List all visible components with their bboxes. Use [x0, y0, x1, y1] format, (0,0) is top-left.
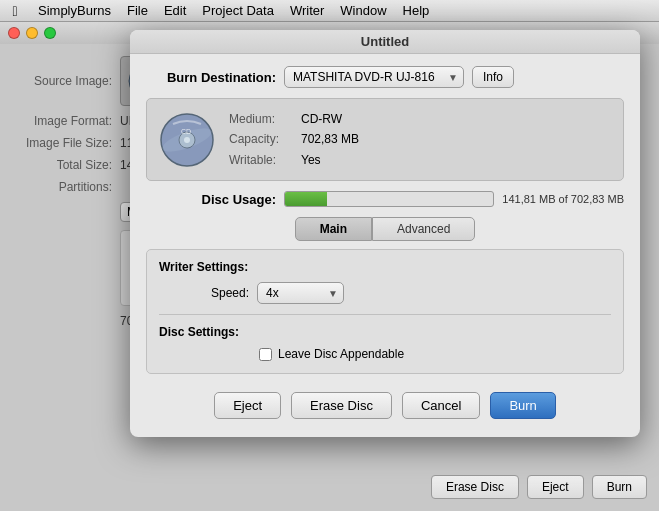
settings-panel: Writer Settings: Speed: 1x 2x 4x 8x Maxi…: [146, 249, 624, 374]
appendable-row: Leave Disc Appendable: [159, 347, 611, 361]
modal-buttons: Eject Erase Disc Cancel Burn: [146, 384, 624, 425]
medium-row: Medium: CD-RW: [229, 109, 359, 129]
medium-key: Medium:: [229, 109, 297, 129]
burn-destination-row: Burn Destination: MATSHITA DVD-R UJ-816 …: [146, 66, 624, 88]
disc-usage-text: 141,81 MB of 702,83 MB: [502, 193, 624, 205]
disc-usage-row: Disc Usage: 141,81 MB of 702,83 MB: [146, 191, 624, 207]
modal-title: Untitled: [361, 34, 409, 49]
bg-filesize-label: Image File Size:: [12, 136, 112, 150]
apple-menu-icon[interactable]: : [8, 4, 22, 18]
modal-titlebar: Untitled: [130, 30, 640, 54]
bg-partitions-label: Partitions:: [12, 180, 112, 194]
eject-button[interactable]: Eject: [214, 392, 281, 419]
erase-disc-button[interactable]: Erase Disc: [291, 392, 392, 419]
burn-dest-label: Burn Destination:: [146, 70, 276, 85]
modal-dialog: Untitled Burn Destination: MATSHITA DVD-…: [130, 30, 640, 437]
menu-help[interactable]: Help: [403, 3, 430, 18]
modal-body: Burn Destination: MATSHITA DVD-R UJ-816 …: [130, 54, 640, 437]
tabs-row: Main Advanced: [146, 217, 624, 241]
bg-burn-button[interactable]: Burn: [592, 475, 647, 499]
minimize-button[interactable]: [26, 27, 38, 39]
menu-project-data[interactable]: Project Data: [202, 3, 274, 18]
disc-graphic: CD: [159, 112, 215, 168]
tab-advanced[interactable]: Advanced: [372, 217, 475, 241]
settings-divider: [159, 314, 611, 315]
writable-val: Yes: [301, 150, 321, 170]
maximize-button[interactable]: [44, 27, 56, 39]
bg-format-label: Image Format:: [12, 114, 112, 128]
writable-row: Writable: Yes: [229, 150, 359, 170]
writable-key: Writable:: [229, 150, 297, 170]
appendable-label[interactable]: Leave Disc Appendable: [278, 347, 404, 361]
close-button[interactable]: [8, 27, 20, 39]
info-button[interactable]: Info: [472, 66, 514, 88]
progress-fill: [285, 192, 327, 206]
disc-usage-progress: [284, 191, 494, 207]
dest-select-wrapper: MATSHITA DVD-R UJ-816 ▼: [284, 66, 464, 88]
capacity-val: 702,83 MB: [301, 129, 359, 149]
medium-val: CD-RW: [301, 109, 342, 129]
menu-edit[interactable]: Edit: [164, 3, 186, 18]
bg-source-label: Source Image:: [12, 74, 112, 88]
burn-button[interactable]: Burn: [490, 392, 555, 419]
speed-select-wrapper: 1x 2x 4x 8x Maximum ▼: [257, 282, 344, 304]
disc-info-panel: CD Medium: CD-RW Capacity: 702,83 MB Wri…: [146, 98, 624, 181]
disc-usage-label: Disc Usage:: [146, 192, 276, 207]
speed-row: Speed: 1x 2x 4x 8x Maximum ▼: [159, 282, 611, 304]
writer-settings-title: Writer Settings:: [159, 260, 611, 274]
bg-eject-button[interactable]: Eject: [527, 475, 584, 499]
speed-label: Speed:: [159, 286, 249, 300]
bg-erase-disc-button[interactable]: Erase Disc: [431, 475, 519, 499]
burn-dest-select[interactable]: MATSHITA DVD-R UJ-816: [284, 66, 464, 88]
capacity-row: Capacity: 702,83 MB: [229, 129, 359, 149]
tab-main[interactable]: Main: [295, 217, 372, 241]
menu-file[interactable]: File: [127, 3, 148, 18]
leave-appendable-checkbox[interactable]: [259, 348, 272, 361]
disc-details: Medium: CD-RW Capacity: 702,83 MB Writab…: [229, 109, 359, 170]
cancel-button[interactable]: Cancel: [402, 392, 480, 419]
capacity-key: Capacity:: [229, 129, 297, 149]
bg-totalsize-label: Total Size:: [12, 158, 112, 172]
svg-text:CD: CD: [181, 128, 191, 135]
menu-window[interactable]: Window: [340, 3, 386, 18]
menubar:  SimplyBurns File Edit Project Data Wri…: [0, 0, 659, 22]
disc-settings-title: Disc Settings:: [159, 325, 611, 339]
menu-simplyburns[interactable]: SimplyBurns: [38, 3, 111, 18]
bg-bottom-buttons: Erase Disc Eject Burn: [431, 475, 647, 499]
menu-writer[interactable]: Writer: [290, 3, 324, 18]
speed-select[interactable]: 1x 2x 4x 8x Maximum: [257, 282, 344, 304]
